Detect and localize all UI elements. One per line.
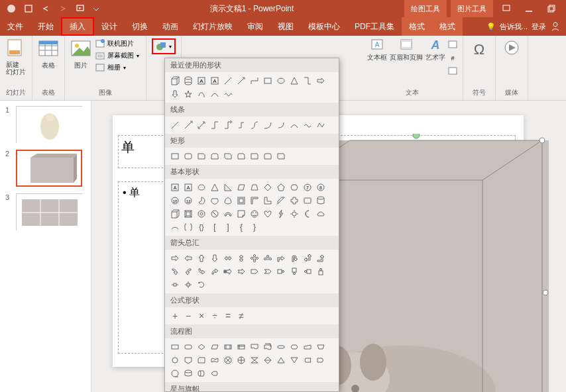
- slide-thumb-1[interactable]: 1: [5, 106, 85, 143]
- menu-insert[interactable]: 插入: [61, 17, 94, 36]
- shape-line-icon[interactable]: [222, 75, 234, 87]
- elbow-arrow-icon[interactable]: [222, 119, 234, 131]
- divide-icon[interactable]: ÷: [209, 310, 221, 322]
- thumb-image-1[interactable]: [16, 106, 82, 143]
- moon-icon[interactable]: [302, 208, 313, 220]
- fc-connector-icon[interactable]: [169, 354, 181, 366]
- arrow-callout-lr-icon[interactable]: [169, 279, 181, 291]
- line-icon[interactable]: [169, 119, 181, 131]
- shape-scribble-icon[interactable]: [222, 88, 234, 100]
- frame-icon[interactable]: [235, 195, 247, 207]
- round2-diag-rect-icon[interactable]: [275, 150, 287, 162]
- tellme-icon[interactable]: 💡: [486, 23, 496, 31]
- redo-icon[interactable]: [58, 4, 68, 13]
- arrow-bent-icon[interactable]: [275, 252, 287, 264]
- fc-extract-icon[interactable]: [275, 354, 287, 366]
- rt-triangle-icon[interactable]: [222, 181, 234, 193]
- arrow-striped-icon[interactable]: [222, 266, 234, 277]
- thumb-image-2[interactable]: [16, 150, 82, 187]
- menu-pdf[interactable]: PDF工具集: [347, 17, 402, 36]
- pie-icon[interactable]: [196, 195, 207, 207]
- arrow-left-icon[interactable]: [182, 252, 194, 264]
- shapes-dropdown[interactable]: 最近使用的形状 A A 线条 矩形: [164, 58, 339, 392]
- plus-icon[interactable]: +: [169, 310, 181, 322]
- heptagon-icon[interactable]: 7: [302, 181, 313, 193]
- arrow-callout-left-icon[interactable]: [302, 266, 313, 277]
- minus-icon[interactable]: −: [182, 310, 194, 322]
- menu-animations[interactable]: 动画: [155, 17, 186, 36]
- left-bracket-icon[interactable]: [: [209, 221, 221, 233]
- arrow-curved-up-icon[interactable]: [209, 266, 221, 277]
- left-brace-icon[interactable]: {: [235, 221, 247, 233]
- menu-design[interactable]: 设计: [94, 17, 125, 36]
- right-brace-icon[interactable]: }: [249, 221, 260, 233]
- menu-templates[interactable]: 模板中心: [301, 17, 347, 36]
- shape-cube-icon[interactable]: [169, 75, 181, 87]
- arrow-uturn-icon[interactable]: [288, 252, 300, 264]
- pentagon-icon[interactable]: [275, 181, 287, 193]
- curve-connector-icon[interactable]: [249, 119, 260, 131]
- arrow-curved-right-icon[interactable]: [169, 266, 181, 277]
- shape-elbow2-icon[interactable]: [302, 75, 313, 87]
- round2-same-rect-icon[interactable]: [262, 150, 274, 162]
- restore-icon[interactable]: [542, 0, 561, 17]
- lightning-icon[interactable]: [275, 208, 287, 220]
- menu-format2[interactable]: 格式: [432, 17, 463, 36]
- arrow-bentup-icon[interactable]: [315, 252, 327, 264]
- equals-icon[interactable]: =: [222, 310, 234, 322]
- snip-round-rect-icon[interactable]: [235, 150, 247, 162]
- login-link[interactable]: 登录: [532, 22, 546, 32]
- line-arrow-icon[interactable]: [182, 119, 194, 131]
- fc-sum-junction-icon[interactable]: [222, 354, 234, 366]
- thumb-image-3[interactable]: [16, 193, 82, 230]
- arrow-updown-icon[interactable]: [235, 252, 247, 264]
- fc-merge-icon[interactable]: [288, 354, 300, 366]
- table-button[interactable]: 表格: [38, 38, 59, 70]
- diag-stripe-icon[interactable]: [275, 195, 287, 207]
- heart-icon[interactable]: [262, 208, 274, 220]
- fc-predefined-icon[interactable]: [222, 341, 234, 353]
- fc-document-icon[interactable]: [249, 341, 260, 353]
- no-symbol-icon[interactable]: [209, 208, 221, 220]
- not-equals-icon[interactable]: ≠: [235, 310, 247, 322]
- textbox2-shape-icon[interactable]: A: [182, 181, 194, 193]
- shapes-button[interactable]: ▾: [152, 38, 176, 54]
- shape-freeform-icon[interactable]: [196, 88, 207, 100]
- snip2-rect-icon[interactable]: [209, 150, 221, 162]
- menu-slideshow[interactable]: 幻灯片放映: [186, 17, 240, 36]
- curve-arrow-icon[interactable]: [262, 119, 274, 131]
- fc-manual-input-icon[interactable]: [302, 341, 313, 353]
- fc-offpage-icon[interactable]: [182, 354, 194, 366]
- arrow-right2-icon[interactable]: [169, 252, 181, 264]
- shape-arrow-down-icon[interactable]: [169, 88, 181, 100]
- block-arc-icon[interactable]: [222, 208, 234, 220]
- textbox-button[interactable]: A 文本框: [367, 38, 387, 62]
- octagon-icon[interactable]: 8: [315, 181, 327, 193]
- chord-icon[interactable]: [209, 195, 221, 207]
- cross-icon[interactable]: [288, 195, 300, 207]
- tellme-text[interactable]: 告诉我...: [500, 22, 528, 32]
- arrow-circular-icon[interactable]: [196, 279, 207, 291]
- l-shape-icon[interactable]: [262, 195, 274, 207]
- save-icon[interactable]: [24, 4, 33, 13]
- context-tab-drawing[interactable]: 绘图工具: [404, 0, 447, 17]
- shape-textbox2-icon[interactable]: A: [209, 75, 221, 87]
- menu-transitions[interactable]: 切换: [125, 17, 155, 36]
- more-icon[interactable]: [93, 4, 99, 13]
- textbox-shape-icon[interactable]: A: [169, 181, 181, 193]
- shape-textbox-icon[interactable]: A: [196, 75, 207, 87]
- menu-format1[interactable]: 格式: [402, 17, 432, 36]
- sun-icon[interactable]: [288, 208, 300, 220]
- shape-rect-icon[interactable]: [262, 75, 274, 87]
- triangle-shape-icon[interactable]: [209, 181, 221, 193]
- fc-process-icon[interactable]: [169, 341, 181, 353]
- shape-elbow-icon[interactable]: [249, 75, 260, 87]
- object-icon[interactable]: [448, 66, 457, 75]
- decagon-icon[interactable]: 10: [169, 195, 181, 207]
- minimize-icon[interactable]: [520, 0, 538, 17]
- arrow-leftup-icon[interactable]: [302, 252, 313, 264]
- fc-data-icon[interactable]: [209, 341, 221, 353]
- picture-button[interactable]: 图片: [70, 38, 91, 70]
- arrow-curved-down-icon[interactable]: [196, 266, 207, 277]
- round-rect-icon[interactable]: [182, 150, 194, 162]
